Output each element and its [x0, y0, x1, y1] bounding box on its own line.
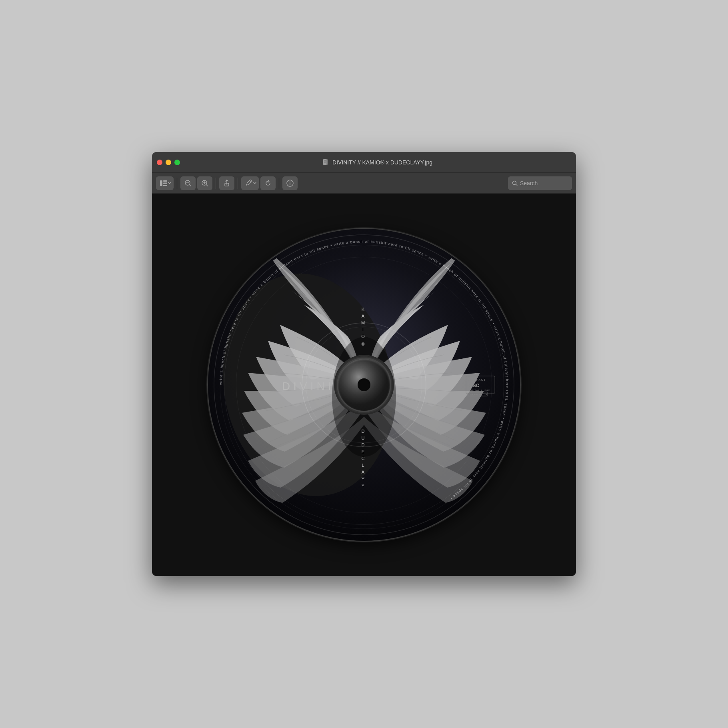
- titlebar: DIVINITY // KAMIO® x DUDECLAYY.jpg: [152, 152, 576, 173]
- window-title: DIVINITY // KAMIO® x DUDECLAYY.jpg: [332, 159, 432, 166]
- cd-container: write a bunch of bullshit here to fill s…: [208, 229, 520, 541]
- chevron-down-icon: [168, 182, 171, 184]
- toolbar-separator-1: [177, 178, 177, 189]
- svg-rect-6: [163, 180, 167, 182]
- svg-line-23: [516, 184, 517, 186]
- info-button[interactable]: [282, 176, 298, 190]
- chevron-down-icon-2: [253, 182, 256, 184]
- image-content: write a bunch of bullshit here to fill s…: [152, 194, 576, 576]
- minimize-button[interactable]: [166, 160, 171, 165]
- info-icon: [286, 180, 294, 187]
- zoom-in-button[interactable]: [197, 176, 212, 190]
- share-icon: [223, 180, 230, 187]
- file-icon: [322, 159, 329, 166]
- annotate-button[interactable]: [241, 176, 259, 190]
- search-icon: [512, 180, 518, 186]
- pencil-icon: [245, 180, 252, 187]
- toolbar-separator-3: [238, 178, 238, 189]
- share-button[interactable]: [219, 176, 234, 190]
- toolbar: [152, 173, 576, 194]
- rotate-icon: [264, 180, 272, 187]
- svg-rect-8: [163, 185, 167, 186]
- svg-line-15: [206, 185, 208, 186]
- cd-hub: [338, 359, 390, 411]
- svg-line-11: [190, 185, 191, 186]
- svg-rect-7: [163, 182, 167, 184]
- rotate-button[interactable]: [260, 176, 276, 190]
- main-window: DIVINITY // KAMIO® x DUDECLAYY.jpg: [152, 152, 576, 576]
- sidebar-toggle-button[interactable]: [156, 176, 174, 190]
- search-input[interactable]: [520, 180, 568, 186]
- zoom-out-icon: [184, 180, 192, 187]
- traffic-lights: [157, 160, 180, 165]
- title-center: DIVINITY // KAMIO® x DUDECLAYY.jpg: [183, 159, 571, 166]
- svg-line-18: [250, 181, 251, 182]
- cd-disc: write a bunch of bullshit here to fill s…: [208, 229, 520, 541]
- toolbar-separator-2: [216, 178, 216, 189]
- svg-rect-5: [160, 180, 162, 186]
- svg-point-22: [513, 181, 516, 184]
- zoom-out-button[interactable]: [180, 176, 196, 190]
- maximize-button[interactable]: [174, 160, 180, 165]
- search-box[interactable]: [508, 176, 572, 190]
- toolbar-separator-4: [279, 178, 279, 189]
- cd-hub-hole: [358, 378, 370, 391]
- close-button[interactable]: [157, 160, 162, 165]
- sidebar-icon: [160, 180, 167, 186]
- zoom-in-icon: [201, 180, 208, 187]
- svg-point-21: [290, 181, 290, 182]
